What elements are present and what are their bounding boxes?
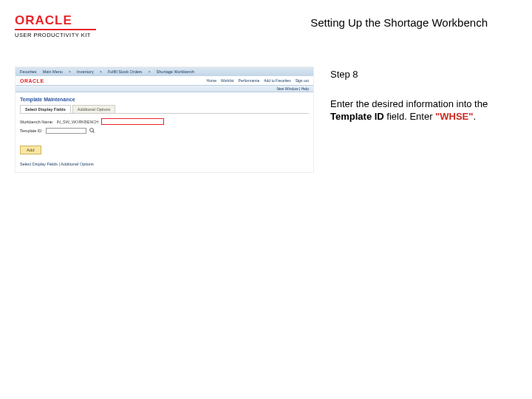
- add-button[interactable]: Add: [20, 146, 41, 154]
- instruction-value: "WHSE": [435, 111, 473, 122]
- instruction-panel: Step 8 Enter the desired information int…: [314, 66, 506, 173]
- brand-link[interactable]: Home: [207, 78, 216, 83]
- workbench-label: Workbench Name:: [20, 120, 53, 124]
- logo-underline: [15, 29, 96, 30]
- upk-label: USER PRODUCTIVITY KIT: [15, 32, 118, 38]
- brand-link[interactable]: Sign out: [296, 78, 309, 83]
- page-title: Template Maintenance: [16, 92, 313, 105]
- instruction-post: field. Enter: [384, 111, 435, 122]
- instruction-field-name: Template ID: [330, 111, 384, 122]
- sub-toolbar-text[interactable]: New Window | Help: [276, 86, 309, 91]
- tab-select-display-fields[interactable]: Select Display Fields: [20, 105, 71, 113]
- footer-links[interactable]: Select Display Fields | Additional Optio…: [16, 159, 313, 172]
- instruction-text: Enter the desired information into the T…: [330, 98, 506, 123]
- sub-toolbar: New Window | Help: [16, 85, 313, 92]
- oracle-logo: ORACLE: [15, 13, 118, 28]
- step-label: Step 8: [330, 68, 506, 81]
- highlight-box: [101, 118, 164, 125]
- app-screenshot: Favorites Main Menu > Inventory > Fulfil…: [15, 66, 314, 173]
- content-row: Favorites Main Menu > Inventory > Fulfil…: [0, 66, 532, 173]
- tab-strip: Select Display Fields Additional Options: [20, 105, 309, 114]
- brand-link[interactable]: Add to Favorites: [264, 78, 290, 83]
- breadcrumb-item[interactable]: Shortage Workbench: [157, 69, 195, 74]
- document-title: Setting Up the Shortage Workbench: [310, 13, 517, 29]
- form-row-template-id: Template ID:: [20, 128, 309, 134]
- brand-link[interactable]: Worklist: [221, 78, 234, 83]
- form-area: Workbench Name: IN_SW_WORKBENCH Template…: [16, 114, 313, 141]
- brand-link[interactable]: Performance: [239, 78, 260, 83]
- tab-additional-options[interactable]: Additional Options: [72, 105, 116, 113]
- workbench-value: IN_SW_WORKBENCH: [56, 120, 98, 124]
- brand-logo: ORACLE: [20, 78, 44, 83]
- breadcrumb-item[interactable]: Main Menu: [43, 69, 63, 74]
- brand-bar: ORACLE Home Worklist Performance Add to …: [16, 76, 313, 85]
- brand-links: Home Worklist Performance Add to Favorit…: [207, 78, 309, 83]
- breadcrumb-item[interactable]: Fulfill Stock Orders: [108, 69, 142, 74]
- instruction-end: .: [473, 111, 476, 122]
- template-id-input[interactable]: [46, 128, 86, 134]
- breadcrumb-item[interactable]: Favorites: [20, 69, 37, 74]
- breadcrumb: Favorites Main Menu > Inventory > Fulfil…: [16, 67, 313, 76]
- instruction-pre: Enter the desired information into the: [330, 98, 488, 109]
- oracle-logo-block: ORACLE USER PRODUCTIVITY KIT: [15, 13, 118, 38]
- template-id-label: Template ID:: [20, 129, 43, 133]
- document-header: ORACLE USER PRODUCTIVITY KIT Setting Up …: [0, 0, 532, 44]
- form-row-workbench: Workbench Name: IN_SW_WORKBENCH: [20, 118, 309, 125]
- lookup-icon[interactable]: [89, 128, 95, 134]
- breadcrumb-item[interactable]: Inventory: [77, 69, 94, 74]
